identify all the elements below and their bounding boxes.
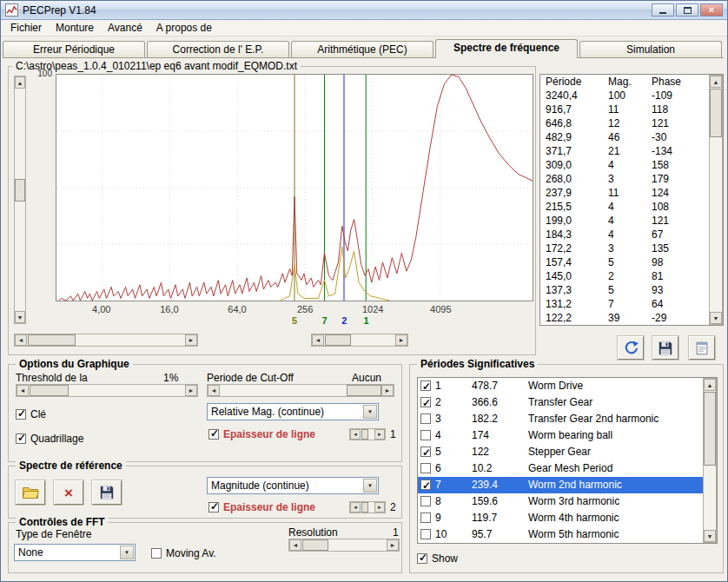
window-type-select[interactable]: None ▼ xyxy=(14,544,136,561)
peak-table-row[interactable]: 131,2764 xyxy=(540,297,723,311)
scroll-arrow-icon[interactable]: ► xyxy=(374,429,385,440)
chevron-down-icon[interactable]: ▼ xyxy=(363,405,377,419)
peak-table-row[interactable]: 137,3593 xyxy=(540,283,723,297)
scroll-arrow-icon[interactable]: ► xyxy=(381,385,394,396)
scroll-arrow-icon[interactable]: ◄ xyxy=(17,385,29,396)
scroll-arrow-icon[interactable]: ► xyxy=(185,334,197,346)
chart-vertical-scrollbar[interactable]: ▲▼ xyxy=(14,76,26,324)
tab[interactable]: Simulation xyxy=(579,41,722,58)
chart-hscrollbar-right[interactable]: ◄► xyxy=(311,334,408,347)
scroll-thumb[interactable] xyxy=(302,539,328,551)
scroll-arrow-icon[interactable]: ► xyxy=(387,539,399,551)
tab[interactable]: Erreur Périodique xyxy=(3,41,145,58)
tab[interactable]: Correction de l' E.P. xyxy=(147,41,289,58)
scroll-thumb[interactable] xyxy=(704,392,716,466)
show-checkbox[interactable]: Show xyxy=(417,552,458,565)
line-width-checkbox-1[interactable]: Epaisseur de ligne xyxy=(208,428,315,440)
menu-item[interactable]: Monture xyxy=(49,20,101,36)
scroll-arrow-icon[interactable]: ▲ xyxy=(15,76,25,89)
scroll-arrow-icon[interactable]: ► xyxy=(374,502,385,513)
scroll-thumb[interactable] xyxy=(347,385,381,396)
tab[interactable]: Spectre de fréquence xyxy=(435,39,578,58)
menu-item[interactable]: Avancé xyxy=(101,20,149,36)
magnitude-select[interactable]: Magnitude (continue) ▼ xyxy=(207,477,379,494)
peak-table-row[interactable]: 268,03179 xyxy=(540,172,723,186)
relative-mag-select[interactable]: Relative Mag. (continue) ▼ xyxy=(207,403,379,420)
title-bar[interactable]: PECPrep V1.84 × xyxy=(1,1,727,20)
peak-table-row[interactable]: 215,54108 xyxy=(540,200,723,214)
peak-table-row[interactable]: 145,0281 xyxy=(540,269,723,283)
scroll-arrow-icon[interactable]: ▼ xyxy=(704,530,716,542)
save-reference-button[interactable] xyxy=(92,480,122,505)
period-checkbox[interactable] xyxy=(420,380,431,391)
chevron-down-icon[interactable]: ▼ xyxy=(120,546,134,559)
scroll-thumb[interactable] xyxy=(361,429,368,440)
scroll-arrow-icon[interactable]: ▼ xyxy=(15,311,25,323)
tab[interactable]: Arithmétique (PEC) xyxy=(291,41,433,58)
peak-table-row[interactable]: 184,3467 xyxy=(540,228,723,241)
scroll-thumb[interactable] xyxy=(361,502,368,513)
threshold-scrollbar[interactable]: ◄► xyxy=(16,384,198,397)
scroll-arrow-icon[interactable]: ▲ xyxy=(704,379,716,391)
periods-scrollbar[interactable]: ▲▼ xyxy=(703,378,717,543)
period-row[interactable]: 4174Worm bearing ball xyxy=(418,427,703,444)
scroll-thumb[interactable] xyxy=(28,334,76,346)
peak-table-row[interactable]: 482,946-30 xyxy=(540,130,723,144)
peak-table-row[interactable]: 371,721-134 xyxy=(540,144,723,158)
period-row[interactable]: 1095.7Worm 5th harmonic xyxy=(418,526,703,543)
quadrillage-checkbox[interactable]: Quadrillage xyxy=(16,433,83,445)
scroll-arrow-icon[interactable]: ▼ xyxy=(710,312,722,324)
line-width-scrollbar-2[interactable]: ◄► xyxy=(349,501,386,513)
period-row[interactable]: 8159.6Worm 3rd harmonic xyxy=(418,493,703,510)
periods-list[interactable]: 1478.7Worm Drive2366.6Transfer Gear3182.… xyxy=(417,377,718,544)
close-button[interactable]: × xyxy=(700,3,723,17)
chevron-down-icon[interactable]: ▼ xyxy=(363,479,377,493)
period-checkbox[interactable] xyxy=(420,413,431,424)
period-checkbox[interactable] xyxy=(420,397,431,407)
period-row[interactable]: 9119.7Worm 4th harmonic xyxy=(418,510,703,526)
period-checkbox[interactable] xyxy=(420,430,431,440)
peak-table-row[interactable]: 237,911124 xyxy=(540,186,723,200)
peak-table-row[interactable]: 3240,4100-109 xyxy=(540,89,723,103)
period-row[interactable]: 2366.6Transfer Gear xyxy=(418,394,703,411)
period-checkbox[interactable] xyxy=(420,496,431,506)
peak-table-row[interactable]: 916,711118 xyxy=(540,103,723,116)
scroll-arrow-icon[interactable]: ◄ xyxy=(312,334,324,346)
period-row[interactable]: 3182.2Transfer Gear 2nd harmonic xyxy=(418,411,703,427)
scroll-thumb[interactable] xyxy=(325,334,351,346)
line-width-scrollbar-1[interactable]: ◄► xyxy=(349,428,386,440)
peak-table-scrollbar[interactable]: ▲▼ xyxy=(709,75,723,325)
peak-table-row[interactable]: 646,812121 xyxy=(540,116,723,130)
peak-table-row[interactable]: 157,4598 xyxy=(540,255,723,269)
menu-item[interactable]: A propos de xyxy=(149,20,219,36)
menu-item[interactable]: Fichier xyxy=(3,20,49,36)
open-reference-button[interactable] xyxy=(16,480,45,505)
maximize-button[interactable] xyxy=(676,3,698,17)
period-row[interactable]: 610.2Gear Mesh Period xyxy=(418,460,703,477)
chart-plot-area[interactable] xyxy=(56,74,533,301)
peak-table-row[interactable]: 309,04158 xyxy=(540,158,723,172)
line-width-checkbox-2[interactable]: Epaisseur de ligne xyxy=(208,501,315,513)
period-checkbox[interactable] xyxy=(420,513,431,523)
scroll-arrow-icon[interactable]: ◄ xyxy=(15,334,27,346)
period-row[interactable]: 1478.7Worm Drive xyxy=(418,378,703,394)
scroll-thumb[interactable] xyxy=(30,385,69,396)
scroll-arrow-icon[interactable]: ▲ xyxy=(710,76,722,88)
scroll-arrow-icon[interactable]: ► xyxy=(185,385,197,396)
peak-table-row[interactable]: 199,04121 xyxy=(540,214,723,228)
save-graph-button[interactable] xyxy=(652,336,678,360)
scroll-arrow-icon[interactable]: ► xyxy=(395,334,407,346)
period-checkbox[interactable] xyxy=(420,479,431,490)
cle-checkbox[interactable]: Clé xyxy=(16,408,46,420)
scroll-thumb[interactable] xyxy=(710,89,722,137)
refresh-button[interactable] xyxy=(618,336,644,360)
minimize-button[interactable] xyxy=(652,3,674,17)
report-button[interactable] xyxy=(689,336,715,360)
period-checkbox[interactable] xyxy=(420,446,431,457)
scroll-arrow-icon[interactable]: ◄ xyxy=(289,539,301,551)
resolution-scrollbar[interactable]: ◄► xyxy=(288,539,400,552)
scroll-thumb[interactable] xyxy=(15,179,25,202)
scroll-arrow-icon[interactable]: ◄ xyxy=(350,429,361,440)
period-checkbox[interactable] xyxy=(420,529,431,539)
scroll-arrow-icon[interactable]: ◄ xyxy=(208,385,220,396)
